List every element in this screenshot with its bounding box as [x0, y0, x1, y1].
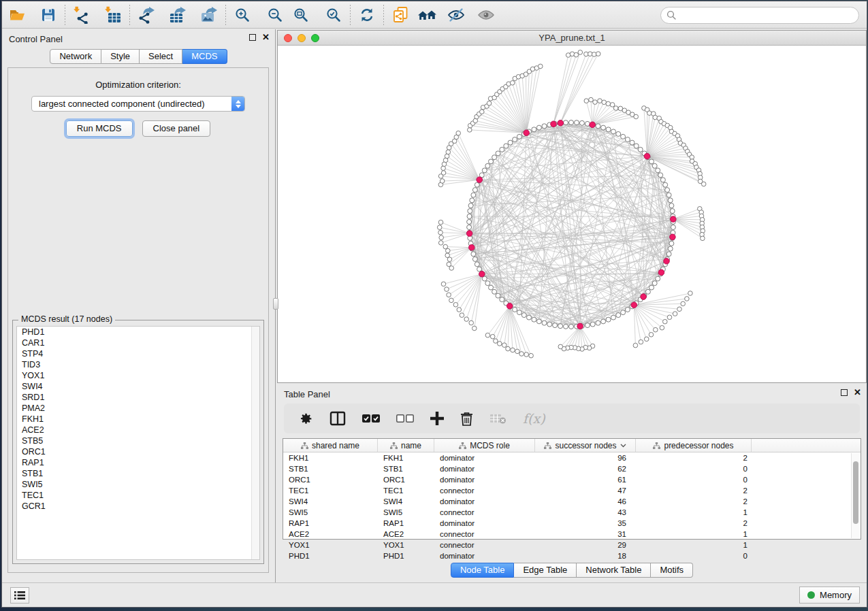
table-row[interactable]: SWI4SWI4dominator462 [283, 496, 861, 507]
network-leaf-node[interactable] [673, 312, 677, 316]
network-leaf-node[interactable] [598, 99, 602, 103]
mcds-result-item[interactable]: FKH1 [17, 414, 259, 425]
network-leaf-node[interactable] [447, 262, 451, 267]
network-leaf-node[interactable] [596, 52, 600, 56]
network-leaf-node[interactable] [685, 297, 690, 301]
float-table-panel-icon[interactable] [841, 389, 848, 396]
table-row[interactable]: YOX1YOX1connector291 [283, 540, 861, 550]
network-node[interactable] [658, 173, 663, 178]
clone-network-icon[interactable] [389, 4, 412, 26]
network-node[interactable] [489, 285, 494, 290]
network-leaf-node[interactable] [677, 307, 682, 312]
network-node[interactable] [468, 203, 473, 208]
zoom-selected-icon[interactable] [322, 4, 345, 26]
mcds-result-item[interactable]: SRD1 [17, 392, 259, 403]
network-hub-node[interactable] [558, 120, 564, 127]
network-leaf-node[interactable] [440, 179, 445, 184]
mcds-result-item[interactable]: STB5 [17, 435, 259, 446]
network-node[interactable] [625, 308, 630, 312]
create-column-icon[interactable] [430, 412, 444, 425]
column-header-predecessor-nodes[interactable]: predecessor nodes [636, 439, 752, 452]
network-hub-node[interactable] [631, 302, 637, 308]
network-leaf-node[interactable] [441, 282, 446, 286]
network-node[interactable] [668, 198, 673, 203]
network-node[interactable] [669, 203, 674, 208]
import-network-icon[interactable] [70, 4, 93, 26]
export-network-icon[interactable] [135, 4, 158, 26]
network-leaf-node[interactable] [606, 101, 611, 106]
network-node[interactable] [475, 262, 479, 267]
mcds-result-item[interactable]: STB1 [17, 468, 259, 479]
tab-style[interactable]: Style [101, 49, 140, 64]
network-leaf-node[interactable] [438, 230, 443, 235]
network-hub-node[interactable] [670, 234, 676, 240]
network-node[interactable] [513, 308, 517, 312]
network-node[interactable] [621, 310, 626, 315]
network-node[interactable] [666, 193, 671, 197]
network-node[interactable] [630, 140, 634, 145]
network-leaf-node[interactable] [457, 308, 462, 312]
table-row[interactable]: SWI5SWI5connector431 [283, 507, 861, 518]
network-node[interactable] [553, 323, 558, 328]
mcds-result-item[interactable]: TEC1 [17, 490, 259, 501]
network-node[interactable] [532, 317, 536, 322]
mcds-result-item[interactable]: TID3 [17, 359, 259, 370]
network-leaf-node[interactable] [592, 52, 596, 57]
network-leaf-node[interactable] [589, 97, 594, 102]
network-node[interactable] [489, 159, 494, 164]
network-node[interactable] [569, 120, 574, 125]
network-node[interactable] [596, 320, 600, 325]
tab-network[interactable]: Network [50, 49, 101, 64]
delete-table-icon[interactable] [489, 412, 507, 425]
network-hub-node[interactable] [479, 271, 485, 277]
network-leaf-node[interactable] [660, 325, 664, 330]
network-leaf-node[interactable] [644, 337, 649, 342]
network-node[interactable] [485, 281, 490, 286]
function-builder-icon[interactable]: f(x) [523, 411, 545, 426]
tab-motifs[interactable]: Motifs [651, 563, 693, 578]
network-node[interactable] [616, 131, 621, 136]
export-table-icon[interactable] [166, 4, 189, 26]
network-leaf-node[interactable] [439, 235, 444, 240]
network-leaf-node[interactable] [663, 319, 668, 324]
search-input[interactable] [660, 7, 859, 24]
network-leaf-node[interactable] [593, 100, 598, 105]
network-leaf-node[interactable] [472, 326, 477, 331]
network-node[interactable] [652, 163, 657, 168]
result-list-scrollbar[interactable] [251, 327, 259, 559]
memory-button[interactable]: Memory [799, 587, 860, 604]
close-table-panel-icon[interactable]: ✕ [854, 389, 861, 396]
mcds-result-item[interactable]: GCR1 [17, 501, 259, 512]
network-node[interactable] [471, 193, 476, 197]
network-node[interactable] [508, 140, 513, 145]
mcds-result-list[interactable]: PHD1CAR1STP4TID3YOX1SWI4SRD1PMA2FKH1ACE2… [16, 326, 260, 560]
table-row[interactable]: RAP1RAP1dominator352 [283, 518, 861, 529]
tab-mcds[interactable]: MCDS [182, 49, 227, 64]
mcds-result-item[interactable]: SWI5 [17, 479, 259, 490]
select-all-columns-icon[interactable] [362, 414, 380, 423]
network-node[interactable] [472, 188, 477, 193]
hide-selected-icon[interactable] [445, 4, 468, 26]
network-node[interactable] [665, 188, 670, 193]
network-node[interactable] [542, 124, 547, 129]
network-node[interactable] [536, 125, 541, 130]
network-leaf-node[interactable] [574, 52, 579, 57]
network-hub-node[interactable] [641, 294, 647, 300]
network-node[interactable] [482, 168, 487, 173]
network-node[interactable] [585, 121, 590, 126]
network-leaf-node[interactable] [539, 64, 543, 69]
table-row[interactable]: STB1STB1dominator620 [283, 463, 861, 474]
network-node[interactable] [500, 297, 504, 302]
network-leaf-node[interactable] [701, 182, 706, 186]
minimize-window-icon[interactable] [298, 34, 306, 42]
network-node[interactable] [663, 182, 668, 187]
network-node[interactable] [590, 322, 595, 327]
network-node[interactable] [496, 293, 500, 298]
network-node[interactable] [513, 137, 517, 142]
network-node[interactable] [649, 285, 654, 290]
network-node[interactable] [671, 225, 675, 230]
network-leaf-node[interactable] [460, 313, 464, 318]
network-node[interactable] [601, 125, 606, 130]
network-node[interactable] [669, 241, 674, 246]
network-leaf-node[interactable] [633, 343, 638, 348]
